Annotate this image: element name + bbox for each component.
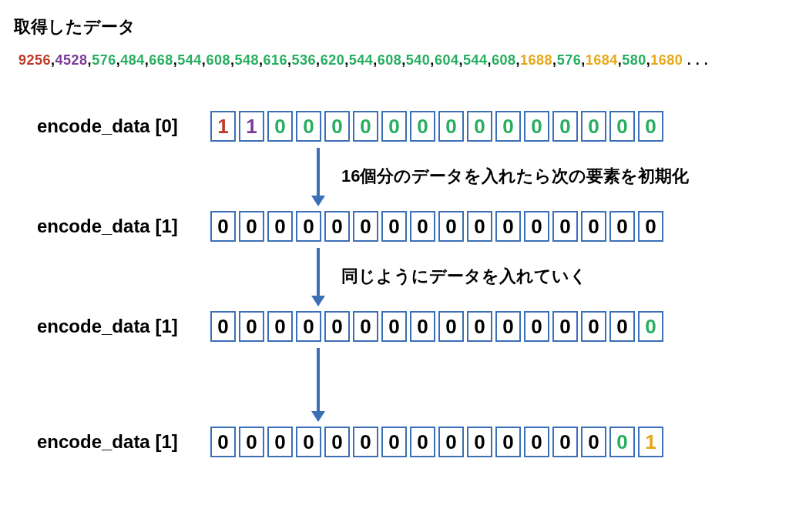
down-arrow-icon [311, 246, 326, 306]
arrow-column [210, 246, 326, 306]
bit-cell: 0 [609, 211, 635, 242]
bit-cell: 0 [353, 211, 378, 242]
page-title: 取得したデータ [14, 15, 775, 38]
bit-cell: 0 [410, 111, 435, 142]
bit-cell: 0 [296, 311, 321, 342]
bit-cell: 0 [296, 211, 321, 242]
bit-cell: 0 [353, 427, 378, 457]
bit-cell: 0 [381, 211, 407, 242]
raw-token: 608 [206, 52, 230, 68]
raw-token: 548 [234, 52, 259, 68]
bit-cell: 0 [495, 311, 521, 342]
bit-cell: 1 [239, 111, 264, 142]
bit-cell: 0 [467, 311, 492, 342]
bit-cell: 0 [324, 211, 350, 242]
bit-cell: 0 [210, 311, 236, 342]
raw-token: 608 [378, 52, 402, 68]
raw-token: 576 [92, 52, 116, 68]
bit-cell: 0 [410, 427, 435, 457]
bit-cell: 0 [438, 427, 464, 457]
raw-token: 4528 [55, 52, 88, 68]
bit-cell: 0 [524, 311, 549, 342]
svg-marker-5 [311, 411, 325, 422]
arrow-block [37, 346, 775, 422]
arrow-block: 16個分のデータを入れたら次の要素を初期化 [37, 146, 775, 206]
diagram-page: 取得したデータ 9256,4528,576,484,668,544,608,54… [0, 0, 789, 532]
arrow-caption: 16個分のデータを入れたら次の要素を初期化 [341, 165, 689, 188]
raw-token: 1680 [650, 52, 683, 68]
encode-row-label: encode_data [0] [37, 115, 210, 137]
bit-cell: 0 [239, 427, 264, 457]
bit-cell: 0 [410, 311, 435, 342]
bit-cell: 0 [267, 427, 293, 457]
bit-cell: 0 [381, 111, 407, 142]
encode-row: encode_data [1]0000000000000000 [37, 311, 775, 342]
raw-token: 544 [463, 52, 488, 68]
encode-rows-container: encode_data [0]110000000000000016個分のデータを… [37, 111, 775, 457]
bit-cell: 0 [324, 111, 350, 142]
bit-cell: 0 [467, 111, 492, 142]
raw-token: 604 [435, 52, 459, 68]
encode-row: encode_data [1]0000000000000000 [37, 211, 775, 242]
raw-token: 536 [292, 52, 317, 68]
bit-cell: 0 [324, 427, 350, 457]
encode-row: encode_data [0]1100000000000000 [37, 111, 775, 142]
bit-cell: 0 [495, 111, 521, 142]
cell-array: 0000000000000000 [210, 211, 663, 242]
bit-cell: 0 [296, 427, 321, 457]
bit-cell: 0 [410, 211, 435, 242]
bit-cell: 0 [524, 427, 549, 457]
bit-cell: 0 [609, 311, 635, 342]
raw-token: 1684 [586, 52, 618, 68]
arrow-caption: 同じようにデータを入れていく [341, 265, 587, 288]
bit-cell: 0 [524, 111, 549, 142]
bit-cell: 1 [210, 111, 236, 142]
svg-marker-1 [311, 196, 325, 206]
bit-cell: 0 [467, 211, 492, 242]
bit-cell: 0 [353, 311, 378, 342]
bit-cell: 0 [438, 311, 464, 342]
bit-cell: 0 [495, 211, 521, 242]
bit-cell: 0 [210, 211, 236, 242]
bit-cell: 0 [467, 427, 492, 457]
arrow-column [210, 346, 326, 422]
raw-token: 616 [264, 52, 288, 68]
raw-token: 620 [321, 52, 345, 68]
bit-cell: 0 [324, 311, 350, 342]
bit-cell: 0 [210, 427, 236, 457]
bit-cell: 0 [581, 211, 606, 242]
raw-token: 576 [557, 52, 582, 68]
encode-row-label: encode_data [1] [37, 316, 210, 337]
bit-cell: 0 [524, 211, 549, 242]
bit-cell: 1 [638, 427, 663, 457]
svg-marker-3 [311, 296, 325, 306]
bit-cell: 0 [552, 111, 578, 142]
bit-cell: 0 [638, 211, 663, 242]
bit-cell: 0 [239, 211, 264, 242]
bit-cell: 0 [552, 211, 578, 242]
encode-row-label: encode_data [1] [37, 216, 210, 237]
bit-cell: 0 [581, 427, 606, 457]
bit-cell: 0 [267, 211, 293, 242]
down-arrow-icon [311, 146, 326, 206]
raw-token: 1688 [520, 52, 552, 68]
raw-data-sequence: 9256,4528,576,484,668,544,608,548,616,53… [14, 52, 775, 69]
bit-cell: 0 [296, 111, 321, 142]
bit-cell: 0 [239, 311, 264, 342]
arrow-block: 同じようにデータを入れていく [37, 246, 775, 306]
raw-token: 544 [177, 52, 202, 68]
bit-cell: 0 [438, 111, 464, 142]
bit-cell: 0 [552, 311, 578, 342]
bit-cell: 0 [267, 111, 293, 142]
down-arrow-icon [311, 346, 326, 422]
raw-token: 580 [622, 52, 646, 68]
bit-cell: 0 [638, 111, 663, 142]
bit-cell: 0 [609, 111, 635, 142]
raw-token: 544 [349, 52, 374, 68]
bit-cell: 0 [581, 111, 606, 142]
bit-cell: 0 [609, 427, 635, 457]
bit-cell: 0 [638, 311, 663, 342]
encode-row: encode_data [1]0000000000000001 [37, 427, 775, 457]
cell-array: 0000000000000000 [210, 311, 663, 342]
bit-cell: 0 [381, 311, 407, 342]
